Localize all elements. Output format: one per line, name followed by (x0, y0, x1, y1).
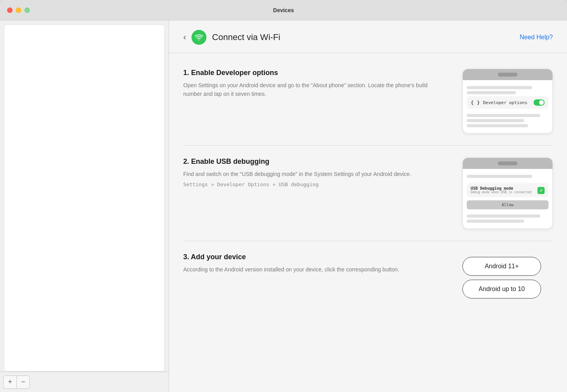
titlebar: Devices (0, 0, 567, 20)
remove-device-button[interactable]: − (17, 376, 30, 389)
page-title: Connect via Wi-Fi (212, 32, 280, 42)
step-2-visual: USB Debugging mode Debug mode when USB i… (462, 158, 553, 229)
step-1-visual: { } Developer options (462, 69, 553, 134)
content-header: ‹ Connect via Wi-Fi Need Help? (169, 20, 567, 53)
phone-notch-1 (498, 73, 517, 77)
window-title: Devices (273, 7, 294, 13)
dev-option-icon: { } (471, 100, 480, 106)
header-left: ‹ Connect via Wi-Fi (183, 30, 280, 45)
phone-list-bottom-2 (467, 212, 549, 225)
step-3: 3. Add your device According to the Andr… (183, 241, 553, 310)
android-up-to-10-button[interactable]: Android up to 10 (462, 280, 541, 299)
allow-button-mock: Allow (467, 200, 549, 209)
phone-line (467, 220, 524, 223)
usb-debug-checkbox (538, 187, 545, 194)
phone-notch-2 (498, 161, 517, 165)
zoom-button[interactable] (24, 7, 30, 13)
sidebar-footer: + − (0, 372, 169, 392)
step-2-hint: Settings » Developer Options » USB debug… (183, 181, 447, 187)
step-1-description: Open Settings on your Android device and… (183, 81, 447, 99)
phone-line (467, 175, 532, 178)
phone-line (467, 124, 528, 127)
usb-debug-text: USB Debugging mode Debug mode when USB i… (471, 186, 534, 194)
phone-screen-1: { } Developer options (463, 80, 552, 133)
phone-top-bar-1 (463, 69, 552, 80)
step-2: 2. Enable USB debugging Find and switch … (183, 146, 553, 241)
phone-line (467, 91, 516, 94)
step-3-text: 3. Add your device According to the Andr… (183, 253, 447, 274)
usb-debug-subtitle: Debug mode when USB is connected (471, 191, 534, 194)
sidebar: + − (0, 20, 169, 392)
phone-list-bottom (467, 112, 549, 129)
wifi-icon-circle (191, 30, 206, 45)
phone-list-top-2 (467, 173, 549, 180)
step-1: 1. Enable Developer options Open Setting… (183, 57, 553, 146)
usb-debug-mockup: USB Debugging mode Debug mode when USB i… (462, 158, 553, 229)
close-button[interactable] (7, 7, 13, 13)
phone-screen-2: USB Debugging mode Debug mode when USB i… (463, 169, 552, 229)
phone-line (467, 119, 524, 122)
main-window: Devices + − ‹ (0, 0, 567, 392)
dev-option-row: { } Developer options (467, 96, 549, 109)
step-1-title: 1. Enable Developer options (183, 69, 447, 77)
add-device-button[interactable]: + (3, 376, 17, 389)
phone-list-top (467, 84, 549, 96)
step-1-text: 1. Enable Developer options Open Setting… (183, 69, 447, 99)
traffic-lights (7, 7, 30, 13)
developer-options-mockup: { } Developer options (462, 69, 553, 134)
step-2-text: 2. Enable USB debugging Find and switch … (183, 158, 447, 187)
phone-line (467, 214, 540, 218)
step-2-title: 2. Enable USB debugging (183, 158, 447, 166)
step-2-description: Find and switch on the “USB debugging mo… (183, 170, 447, 178)
minimize-button[interactable] (16, 7, 21, 13)
phone-line (467, 86, 532, 89)
usb-debug-title: USB Debugging mode (471, 186, 534, 191)
phone-top-bar-2 (463, 158, 552, 169)
dev-option-label: Developer options (483, 100, 530, 105)
main-content: ‹ Connect via Wi-Fi Need Help? (169, 20, 567, 392)
window-body: + − ‹ (0, 20, 567, 392)
step-3-description: According to the Android version install… (183, 265, 447, 274)
usb-debug-row: USB Debugging mode Debug mode when USB i… (467, 183, 549, 197)
wifi-icon (195, 33, 203, 42)
svg-point-0 (199, 40, 199, 40)
phone-line (467, 114, 540, 117)
need-help-link[interactable]: Need Help? (520, 34, 553, 41)
back-button[interactable]: ‹ (183, 33, 186, 42)
steps-container: 1. Enable Developer options Open Setting… (169, 53, 567, 324)
dev-option-toggle (534, 99, 545, 106)
step-3-title: 3. Add your device (183, 253, 447, 261)
sidebar-device-list (4, 24, 165, 372)
android-11-plus-button[interactable]: Android 11+ (462, 257, 541, 276)
step-3-visual: Android 11+ Android up to 10 (462, 253, 553, 299)
